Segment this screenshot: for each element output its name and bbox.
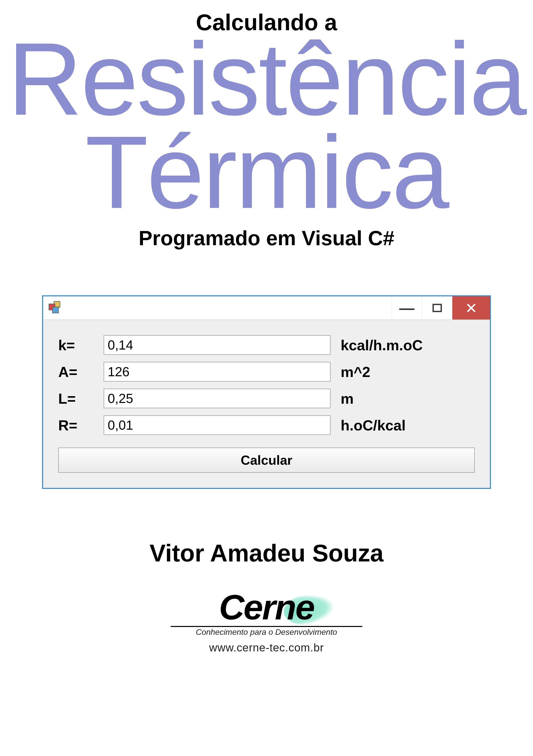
row-l: L= m bbox=[58, 389, 475, 408]
unit-l: m bbox=[341, 390, 354, 407]
logo-tagline: Conhecimento para o Desenvolvimento bbox=[171, 628, 362, 637]
label-k: k= bbox=[58, 337, 104, 354]
row-r: R= h.oC/kcal bbox=[58, 415, 475, 435]
publisher-logo: Cerne Conhecimento para o Desenvolviment… bbox=[171, 590, 362, 654]
row-a: A= m^2 bbox=[58, 362, 475, 382]
calculate-button[interactable]: Calcular bbox=[58, 447, 475, 473]
minimize-button[interactable]: — bbox=[392, 296, 422, 319]
window-controls: — bbox=[392, 296, 490, 319]
titlebar: — bbox=[43, 296, 490, 320]
logo-url: www.cerne-tec.com.br bbox=[171, 641, 362, 654]
close-button[interactable] bbox=[452, 296, 490, 319]
input-a[interactable] bbox=[104, 362, 330, 382]
row-k: k= kcal/h.m.oC bbox=[58, 335, 475, 355]
minimize-icon: — bbox=[399, 299, 414, 317]
svg-rect-0 bbox=[433, 305, 441, 311]
subtitle: Programado em Visual C# bbox=[139, 226, 395, 250]
unit-a: m^2 bbox=[341, 364, 370, 380]
label-r: R= bbox=[58, 417, 104, 434]
input-r[interactable] bbox=[104, 415, 330, 435]
main-title-line2: Térmica bbox=[85, 123, 448, 222]
logo-text: Cerne bbox=[219, 590, 314, 625]
input-k[interactable] bbox=[104, 335, 330, 355]
author-name: Vitor Amadeu Souza bbox=[150, 539, 383, 567]
app-icon bbox=[49, 301, 62, 315]
label-l: L= bbox=[58, 390, 104, 407]
maximize-icon bbox=[432, 303, 442, 313]
close-icon bbox=[465, 302, 477, 314]
input-l[interactable] bbox=[104, 389, 330, 408]
main-title-line1: Resistência bbox=[8, 30, 525, 128]
unit-k: kcal/h.m.oC bbox=[341, 337, 423, 354]
label-a: A= bbox=[58, 364, 104, 380]
calculate-button-label: Calcular bbox=[240, 453, 292, 468]
logo-wordmark: Cerne bbox=[219, 587, 314, 627]
form-body: k= kcal/h.m.oC A= m^2 L= m R= h.oC/kcal bbox=[43, 320, 490, 488]
maximize-button[interactable] bbox=[422, 296, 452, 319]
unit-r: h.oC/kcal bbox=[341, 417, 406, 434]
app-window: — k= kcal/h.m.oC bbox=[42, 295, 491, 489]
